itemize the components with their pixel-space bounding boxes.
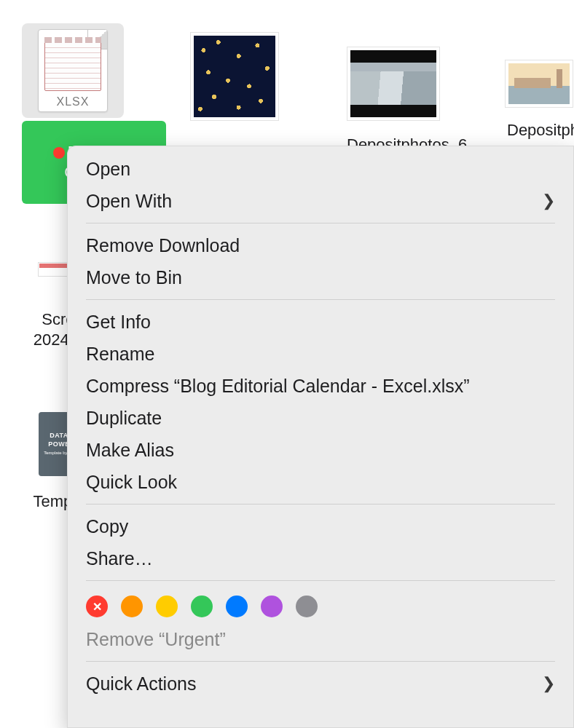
- menu-separator: [86, 661, 555, 662]
- menu-separator: [86, 299, 555, 300]
- menu-get-info[interactable]: Get Info: [67, 306, 574, 338]
- menu-open-with[interactable]: Open With ❯: [67, 185, 574, 217]
- menu-quick-look[interactable]: Quick Look: [67, 466, 574, 498]
- image-thumb-town: [347, 47, 439, 120]
- menu-open[interactable]: Open: [67, 153, 574, 185]
- menu-move-to-bin[interactable]: Move to Bin: [67, 261, 574, 293]
- file-depositphotos-1-thumb: [184, 29, 286, 124]
- tag-green[interactable]: [191, 596, 213, 617]
- file-depositphotos-venice[interactable]: Depositph: [503, 51, 574, 141]
- tag-purple[interactable]: [261, 596, 283, 617]
- tag-dot-urgent: [53, 147, 65, 159]
- menu-remove-tag[interactable]: Remove “Urgent”: [67, 623, 574, 655]
- image-thumb-venice: [506, 60, 573, 107]
- menu-copy[interactable]: Copy: [67, 510, 574, 542]
- menu-tags-row: [67, 587, 574, 623]
- menu-share[interactable]: Share…: [67, 542, 574, 574]
- menu-rename[interactable]: Rename: [67, 338, 574, 370]
- file-depositphotos-venice-label: Depositph: [503, 119, 574, 141]
- xlsx-ext-label: XLSX: [39, 95, 107, 108]
- menu-separator: [86, 223, 555, 223]
- chevron-right-icon: ❯: [542, 668, 555, 700]
- image-thumb-fleck: [191, 33, 278, 120]
- menu-remove-download[interactable]: Remove Download: [67, 229, 574, 261]
- menu-separator: [86, 504, 555, 505]
- tag-orange[interactable]: [121, 596, 143, 617]
- menu-make-alias[interactable]: Make Alias: [67, 434, 574, 466]
- context-menu: Open Open With ❯ Remove Download Move to…: [67, 146, 574, 728]
- file-depositphotos-6-thumb: [342, 36, 444, 131]
- finder-icon-view: XLSX Blog EditorialCalenda Depositphotos…: [0, 0, 574, 728]
- file-xlsx-thumb: XLSX: [22, 23, 124, 118]
- xlsx-icon: XLSX: [38, 29, 108, 112]
- menu-compress[interactable]: Compress “Blog Editorial Calendar - Exce…: [67, 370, 574, 402]
- file-depositphotos-venice-thumb: [503, 51, 574, 116]
- tag-blue[interactable]: [226, 596, 248, 617]
- tag-gray[interactable]: [296, 596, 318, 617]
- tag-yellow[interactable]: [156, 596, 178, 617]
- menu-quick-actions[interactable]: Quick Actions ❯: [67, 668, 574, 700]
- chevron-right-icon: ❯: [542, 185, 555, 217]
- file-depositphotos-6[interactable]: Depositphotos_6: [342, 36, 471, 156]
- tag-red[interactable]: [86, 596, 108, 617]
- menu-separator: [86, 580, 555, 581]
- menu-duplicate[interactable]: Duplicate: [67, 402, 574, 434]
